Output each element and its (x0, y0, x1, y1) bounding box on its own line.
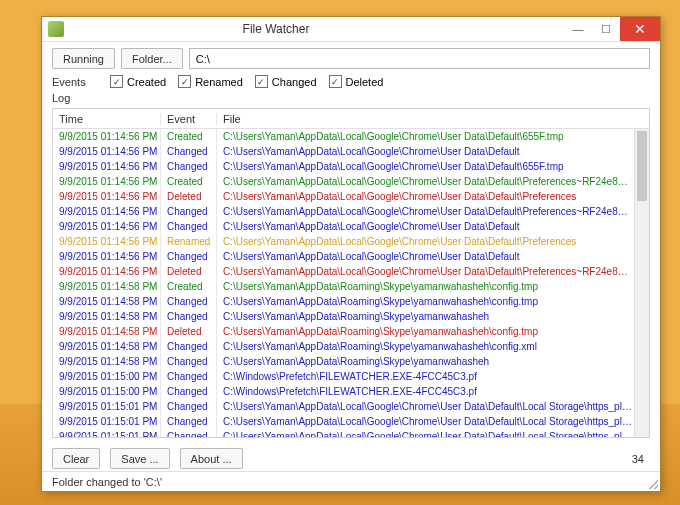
cell-file: C:\Users\Yaman\AppData\Local\Google\Chro… (217, 189, 649, 204)
cell-time: 9/9/2015 01:14:58 PM (53, 309, 161, 324)
cell-file: C:\Users\Yaman\AppData\Local\Google\Chro… (217, 159, 649, 174)
table-row[interactable]: 9/9/2015 01:14:56 PMChangedC:\Users\Yama… (53, 249, 649, 264)
table-row[interactable]: 9/9/2015 01:14:56 PMChangedC:\Users\Yama… (53, 204, 649, 219)
cell-file: C:\Users\Yaman\AppData\Local\Google\Chro… (217, 204, 649, 219)
table-row[interactable]: 9/9/2015 01:14:56 PMCreatedC:\Users\Yama… (53, 174, 649, 189)
cell-event: Changed (161, 219, 217, 234)
scrollbar[interactable] (634, 129, 649, 437)
cell-time: 9/9/2015 01:14:56 PM (53, 159, 161, 174)
cell-time: 9/9/2015 01:14:58 PM (53, 324, 161, 339)
cell-time: 9/9/2015 01:15:00 PM (53, 384, 161, 399)
cell-time: 9/9/2015 01:14:56 PM (53, 219, 161, 234)
table-row[interactable]: 9/9/2015 01:15:01 PMChangedC:\Users\Yama… (53, 414, 649, 429)
changed-label: Changed (272, 76, 317, 88)
save-button[interactable]: Save ... (110, 448, 169, 469)
table-row[interactable]: 9/9/2015 01:14:56 PMChangedC:\Users\Yama… (53, 219, 649, 234)
table-row[interactable]: 9/9/2015 01:14:56 PMChangedC:\Users\Yama… (53, 159, 649, 174)
cell-event: Changed (161, 384, 217, 399)
cell-time: 9/9/2015 01:14:58 PM (53, 339, 161, 354)
cell-file: C:\Users\Yaman\AppData\Roaming\Skype\yam… (217, 339, 649, 354)
cell-time: 9/9/2015 01:14:56 PM (53, 189, 161, 204)
cell-file: C:\Users\Yaman\AppData\Local\Google\Chro… (217, 219, 649, 234)
cell-file: C:\Users\Yaman\AppData\Roaming\Skype\yam… (217, 354, 649, 369)
table-row[interactable]: 9/9/2015 01:15:00 PMChangedC:\Windows\Pr… (53, 369, 649, 384)
changed-checkbox[interactable]: ✓ Changed (255, 75, 317, 88)
checkbox-icon: ✓ (329, 75, 342, 88)
titlebar: File Watcher — ☐ ✕ (42, 17, 660, 42)
checkbox-icon: ✓ (178, 75, 191, 88)
cell-file: C:\Users\Yaman\AppData\Local\Google\Chro… (217, 234, 649, 249)
renamed-checkbox[interactable]: ✓ Renamed (178, 75, 243, 88)
cell-time: 9/9/2015 01:14:56 PM (53, 234, 161, 249)
cell-event: Changed (161, 249, 217, 264)
events-label: Events (52, 76, 98, 88)
cell-time: 9/9/2015 01:14:56 PM (53, 249, 161, 264)
table-row[interactable]: 9/9/2015 01:14:56 PMCreatedC:\Users\Yama… (53, 129, 649, 144)
cell-file: C:\Users\Yaman\AppData\Local\Google\Chro… (217, 399, 649, 414)
cell-event: Deleted (161, 189, 217, 204)
cell-event: Changed (161, 144, 217, 159)
list-body[interactable]: 9/9/2015 01:14:56 PMCreatedC:\Users\Yama… (53, 129, 649, 437)
cell-time: 9/9/2015 01:14:56 PM (53, 174, 161, 189)
running-button[interactable]: Running (52, 48, 115, 69)
cell-file: C:\Users\Yaman\AppData\Roaming\Skype\yam… (217, 279, 649, 294)
renamed-label: Renamed (195, 76, 243, 88)
cell-event: Deleted (161, 264, 217, 279)
table-row[interactable]: 9/9/2015 01:14:58 PMCreatedC:\Users\Yama… (53, 279, 649, 294)
cell-event: Changed (161, 369, 217, 384)
about-button[interactable]: About ... (180, 448, 243, 469)
checkbox-icon: ✓ (110, 75, 123, 88)
cell-time: 9/9/2015 01:14:58 PM (53, 294, 161, 309)
cell-file: C:\Users\Yaman\AppData\Roaming\Skype\yam… (217, 294, 649, 309)
close-button[interactable]: ✕ (620, 17, 660, 41)
event-count: 34 (632, 453, 650, 465)
deleted-checkbox[interactable]: ✓ Deleted (329, 75, 384, 88)
cell-event: Changed (161, 204, 217, 219)
cell-time: 9/9/2015 01:15:01 PM (53, 429, 161, 437)
created-checkbox[interactable]: ✓ Created (110, 75, 166, 88)
cell-event: Changed (161, 294, 217, 309)
table-row[interactable]: 9/9/2015 01:14:56 PMChangedC:\Users\Yama… (53, 144, 649, 159)
clear-button[interactable]: Clear (52, 448, 100, 469)
cell-event: Created (161, 129, 217, 144)
cell-event: Changed (161, 429, 217, 437)
cell-file: C:\Users\Yaman\AppData\Local\Google\Chro… (217, 414, 649, 429)
table-row[interactable]: 9/9/2015 01:14:56 PMDeletedC:\Users\Yama… (53, 189, 649, 204)
minimize-button[interactable]: — (564, 17, 592, 41)
maximize-button[interactable]: ☐ (592, 17, 620, 41)
column-event[interactable]: Event (161, 113, 217, 125)
scrollbar-thumb[interactable] (637, 131, 647, 201)
list-header: Time Event File (53, 109, 649, 129)
cell-time: 9/9/2015 01:14:56 PM (53, 144, 161, 159)
table-row[interactable]: 9/9/2015 01:14:58 PMChangedC:\Users\Yama… (53, 354, 649, 369)
event-list: Time Event File 9/9/2015 01:14:56 PMCrea… (52, 108, 650, 438)
window-title: File Watcher (0, 22, 564, 36)
cell-time: 9/9/2015 01:14:56 PM (53, 204, 161, 219)
table-row[interactable]: 9/9/2015 01:14:58 PMChangedC:\Users\Yama… (53, 294, 649, 309)
cell-file: C:\Windows\Prefetch\FILEWATCHER.EXE-4FCC… (217, 369, 649, 384)
toolbar: Running Folder... C:\ (42, 42, 660, 73)
cell-file: C:\Users\Yaman\AppData\Local\Google\Chro… (217, 144, 649, 159)
status-bar: Folder changed to 'C:\' (42, 471, 660, 491)
cell-event: Created (161, 174, 217, 189)
table-row[interactable]: 9/9/2015 01:15:01 PMChangedC:\Users\Yama… (53, 399, 649, 414)
column-time[interactable]: Time (53, 113, 161, 125)
table-row[interactable]: 9/9/2015 01:14:58 PMChangedC:\Users\Yama… (53, 309, 649, 324)
resize-gripper-icon[interactable] (646, 477, 658, 489)
column-file[interactable]: File (217, 113, 649, 125)
path-input[interactable]: C:\ (189, 48, 650, 69)
table-row[interactable]: 9/9/2015 01:14:58 PMDeletedC:\Users\Yama… (53, 324, 649, 339)
table-row[interactable]: 9/9/2015 01:14:56 PMRenamedC:\Users\Yama… (53, 234, 649, 249)
cell-time: 9/9/2015 01:14:58 PM (53, 279, 161, 294)
cell-event: Renamed (161, 234, 217, 249)
cell-time: 9/9/2015 01:14:58 PM (53, 354, 161, 369)
table-row[interactable]: 9/9/2015 01:15:00 PMChangedC:\Windows\Pr… (53, 384, 649, 399)
table-row[interactable]: 9/9/2015 01:15:01 PMChangedC:\Users\Yama… (53, 429, 649, 437)
folder-button[interactable]: Folder... (121, 48, 183, 69)
cell-event: Changed (161, 414, 217, 429)
cell-time: 9/9/2015 01:15:00 PM (53, 369, 161, 384)
table-row[interactable]: 9/9/2015 01:14:56 PMDeletedC:\Users\Yama… (53, 264, 649, 279)
table-row[interactable]: 9/9/2015 01:14:58 PMChangedC:\Users\Yama… (53, 339, 649, 354)
cell-event: Changed (161, 309, 217, 324)
cell-event: Changed (161, 354, 217, 369)
